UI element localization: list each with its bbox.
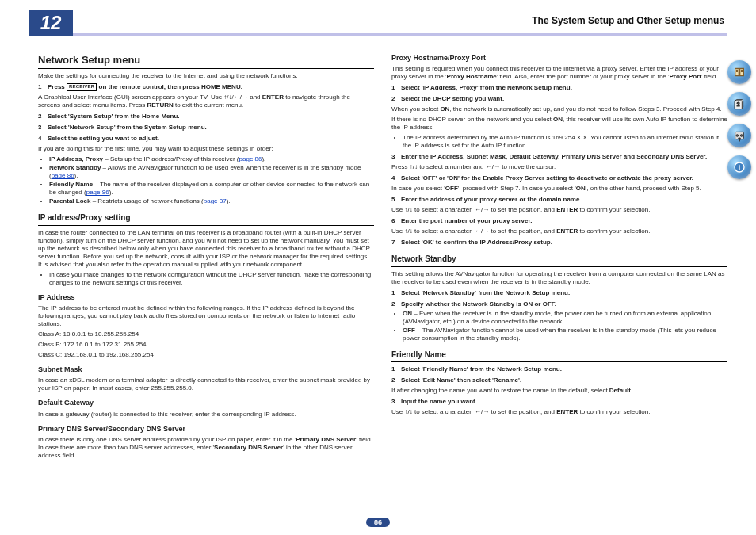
standby-desc: This setting allows the AVNavigator func… [391,270,727,286]
friendly-step-2-desc: If after changing the name you want to r… [391,387,727,395]
step-1-desc: A Graphical User Interface (GUI) screen … [38,94,374,109]
subsection-friendly-name: Friendly Name [391,350,727,363]
list-item: The IP address determined by the Auto IP… [403,134,727,150]
list-item: ON – Even when the receiver is in the st… [403,310,727,326]
glossary-icon[interactable] [727,60,751,84]
page-link[interactable]: page 86 [86,189,109,196]
header-title: The System Setup and Other Setup menus [532,15,724,26]
page-number: 86 [366,518,390,527]
faq-icon[interactable]: 2 [727,92,751,116]
proxy-desc: This setting is required when you connec… [391,65,727,81]
standby-options: ON – Even when the receiver is in the st… [403,310,727,342]
subsection-ip-proxy: IP address/Proxy setting [38,213,374,226]
svg-point-5 [740,135,743,137]
svg-text:?: ? [738,137,741,142]
list-item: Network Standby – Allows the AVNavigator… [49,164,374,180]
class-a: Class A: 10.0.0.1 to 10.255.255.254 [38,331,374,338]
friendly-step-3-desc: Use ↑/↓ to select a character, ←/→ to se… [391,408,727,416]
step-4: 4Select the setting you want to adjust. [38,135,374,143]
friendly-step-3: 3Input the name you want. [391,398,727,406]
section-network-setup: Network Setup menu [38,54,374,69]
proxy-step-4-desc: In case you select 'OFF', proceed with S… [391,185,727,193]
content-columns: Network Setup menu Make the settings for… [0,43,756,462]
step-3: 3Select 'Network Setup' from the System … [38,124,374,132]
dns-desc: In case there is only one DNS server add… [38,436,374,460]
gateway-desc: In case a gateway (router) is connected … [38,411,374,418]
page-link[interactable]: page 87 [204,197,227,204]
header-bar: The System Setup and Other Setup menus [73,10,727,36]
ip-note-list: In case you make changes to the network … [49,271,374,287]
standby-step-1: 1Select 'Network Standby' from the Netwo… [391,289,727,297]
svg-text:2: 2 [737,101,740,107]
proxy-step-5: 5Enter the address of your proxy server … [391,196,727,204]
list-item: Parental Lock – Restricts usage of netwo… [49,197,374,205]
heading-gateway: Default Gateway [38,399,374,407]
receiver-button-icon: RECEIVER [67,83,97,91]
proxy-step-1: 1Select 'IP Address, Proxy' from the Net… [391,84,727,92]
subsection-network-standby: Network Standby [391,254,727,267]
heading-dns: Primary DNS Server/Secondary DNS Server [38,425,374,434]
friendly-step-2: 2Select 'Edit Name' then select 'Rename'… [391,376,727,384]
proxy-step-6: 6Enter the port number of your proxy ser… [391,217,727,225]
svg-point-4 [736,135,739,137]
list-item: IP Address, Proxy – Sets up the IP addre… [49,155,374,163]
info-icon[interactable] [727,155,751,179]
step-2: 2Select 'System Setup' from the Home Men… [38,113,374,120]
proxy-step-5-desc: Use ↑/↓ to select a character, ←/→ to se… [391,206,727,214]
list-item: Friendly Name – The name of the receiver… [49,181,374,197]
proxy-step-4: 4Select 'OFF' or 'ON' for the Enable Pro… [391,174,727,182]
proxy-step-6-desc: Use ↑/↓ to select a character, ←/→ to se… [391,227,727,235]
step-1: 1Press RECEIVER on the remote control, t… [38,83,374,91]
subnet-desc: In case an xDSL modem or a terminal adap… [38,376,374,392]
proxy-step-3-desc: Press ↑/↓ to select a number and ←/→ to … [391,163,727,171]
proxy-step-7: 7Select 'OK' to confirm the IP Address/P… [391,239,727,246]
friendly-step-1: 1Select 'Friendly Name' from the Network… [391,365,727,373]
class-b: Class B: 172.16.0.1 to 172.31.255.254 [38,341,374,349]
left-column: Network Setup menu Make the settings for… [38,54,374,462]
right-column: Proxy Hostname/Proxy Port This setting i… [391,54,727,462]
class-c: Class C: 192.168.0.1 to 192.168.255.254 [38,351,374,359]
list-item: OFF – The AVNavigator function cannot be… [403,327,727,342]
chapter-number: 12 [29,10,73,36]
autoip-note: The IP address determined by the Auto IP… [403,134,727,150]
ip-proxy-desc: In case the router connected to the LAN … [38,229,374,269]
proxy-step-2-desc2: If there is no DHCP server on the networ… [391,116,727,132]
page-header: 12 The System Setup and Other Setup menu… [29,10,727,36]
step-4-desc: If you are doing this for the first time… [38,145,374,153]
page-link[interactable]: page 86 [52,172,74,179]
heading-ip-address: IP Address [38,293,374,302]
proxy-step-3: 3Enter the IP Address, Subnet Mask, Defa… [391,153,727,161]
settings-list: IP Address, Proxy – Sets up the IP addre… [49,155,374,205]
list-item: In case you make changes to the network … [49,271,374,287]
help-icon[interactable]: ? [727,124,751,147]
proxy-step-2: 2Select the DHCP setting you want. [391,95,727,103]
intro-text: Make the settings for connecting the rec… [38,72,374,80]
ip-address-desc: The IP address to be entered must be def… [38,304,374,328]
page-link[interactable]: page 86 [239,155,262,162]
side-toolbar: 2 ? [727,60,751,179]
heading-proxy-host: Proxy Hostname/Proxy Port [391,54,727,63]
heading-subnet: Subnet Mask [38,365,374,374]
proxy-step-2-desc: When you select ON, the network is autom… [391,105,727,113]
standby-step-2: 2Specify whether the Network Standby is … [391,300,727,308]
